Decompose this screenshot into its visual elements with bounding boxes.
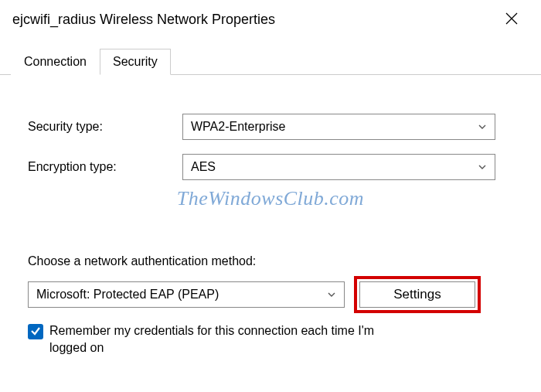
tab-bar: Connection Security	[0, 48, 541, 75]
window-title: ejcwifi_radius Wireless Network Properti…	[12, 12, 275, 28]
encryption-type-label: Encryption type:	[28, 160, 182, 174]
remember-credentials-checkbox[interactable]	[28, 324, 43, 339]
security-type-select[interactable]: WPA2-Enterprise	[182, 114, 495, 140]
security-type-label: Security type:	[28, 120, 182, 134]
auth-method-label: Choose a network authentication method:	[28, 254, 513, 268]
close-button[interactable]	[496, 8, 527, 31]
auth-method-value: Microsoft: Protected EAP (PEAP)	[36, 288, 219, 302]
encryption-type-value: AES	[191, 160, 216, 174]
settings-button[interactable]: Settings	[359, 281, 475, 308]
chevron-down-icon	[478, 162, 487, 172]
close-icon	[505, 12, 518, 27]
remember-credentials-label: Remember my credentials for this connect…	[49, 322, 390, 356]
encryption-type-select[interactable]: AES	[182, 154, 495, 180]
chevron-down-icon	[478, 122, 487, 131]
auth-method-select[interactable]: Microsoft: Protected EAP (PEAP)	[28, 281, 345, 308]
settings-highlight: Settings	[354, 276, 481, 313]
tab-security[interactable]: Security	[100, 49, 171, 75]
check-icon	[30, 326, 41, 339]
chevron-down-icon	[327, 290, 336, 299]
security-type-value: WPA2-Enterprise	[191, 120, 285, 134]
tab-connection[interactable]: Connection	[11, 49, 100, 75]
